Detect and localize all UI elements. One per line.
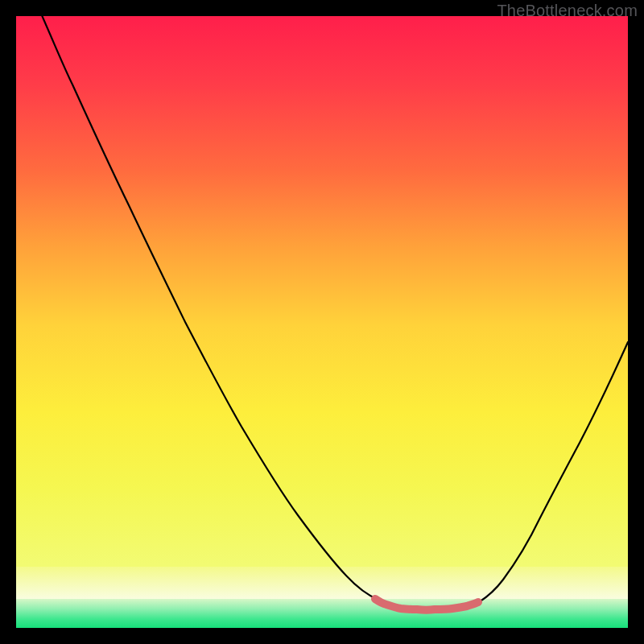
curve-layer <box>16 16 628 628</box>
optimal-marker <box>375 599 478 610</box>
bottleneck-curve <box>39 16 628 610</box>
chart-frame: TheBottleneck.com <box>0 0 644 644</box>
plot-area <box>16 16 628 628</box>
